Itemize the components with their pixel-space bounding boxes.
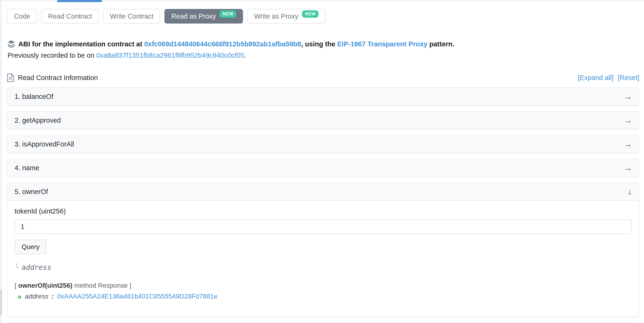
arrow-right-icon: → [624, 164, 632, 172]
tab-write-as-proxy-label: Write as Proxy [254, 13, 298, 20]
contract-tab-panel: Code Read Contract Write Contract Read a… [0, 0, 644, 323]
method-header-getApproved[interactable]: 2. getApproved → [8, 112, 639, 129]
proxy-abi-note: ABI for the implementation contract at 0… [7, 39, 639, 61]
tokenid-input[interactable] [14, 219, 632, 234]
output-type-row: └ address [14, 263, 632, 271]
proxy-abi-line2: Previously recorded to be on 0xa8a837f13… [7, 50, 639, 61]
method-card-getApproved: 2. getApproved → [7, 111, 639, 130]
tab-write-contract[interactable]: Write Contract [103, 9, 160, 24]
new-badge: NEW [302, 10, 318, 18]
result-address-link[interactable]: 0xAAAA255A24E136a481b401C8555549D28Fd768… [57, 293, 218, 300]
read-contract-section-header: Read Contract Information [Expand all] [… [7, 74, 639, 82]
tab-read-as-proxy-label: Read as Proxy [171, 13, 216, 20]
line2-period: . [244, 52, 246, 59]
previously-recorded-text: Previously recorded to be on [8, 52, 94, 59]
tab-write-contract-label: Write Contract [110, 13, 153, 20]
section-title-group: Read Contract Information [7, 74, 98, 82]
response-label: method Response [74, 282, 128, 289]
expand-all-link[interactable]: [Expand all] [578, 74, 614, 82]
tab-code-label: Code [14, 13, 30, 20]
result-separator: : [52, 293, 54, 300]
document-icon [7, 74, 14, 82]
arrow-right-icon: → [624, 93, 632, 101]
query-button[interactable]: Query [14, 240, 46, 254]
method-title: 4. name [14, 164, 39, 172]
section-actions: [Expand all] [Reset] [578, 74, 639, 82]
arrow-down-icon: ↓ [628, 188, 632, 196]
tab-code[interactable]: Code [7, 9, 37, 24]
tab-write-as-proxy[interactable]: Write as Proxy NEW [247, 9, 325, 24]
section-title: Read Contract Information [18, 74, 98, 82]
response-close-bracket: ] [130, 282, 132, 289]
method-header-isApprovedForAll[interactable]: 3. isApprovedForAll → [8, 135, 639, 153]
abi-bold-prefix: ABI for the implementation contract at [18, 40, 142, 48]
response-result-row: » address : 0xAAAA255A24E136a481b401C855… [18, 293, 632, 300]
method-card-name: 4. name → [7, 159, 639, 177]
result-type-label: address [25, 293, 48, 300]
method-card-ownerOf: 5. ownerOf ↓ tokenId (uint256) Query └ a… [7, 182, 639, 317]
arrow-right-icon: → [624, 116, 632, 124]
method-title: 1. balanceOf [14, 93, 53, 101]
new-badge: NEW [220, 10, 236, 18]
method-card-balanceOf: 1. balanceOf → [7, 87, 639, 106]
abi-bold-middle: , using the [301, 40, 335, 48]
previous-address-link[interactable]: 0xa8a837f1351fb8ca2961f8fb952b49c940c0cf… [96, 52, 244, 59]
tab-read-as-proxy[interactable]: Read as Proxy NEW [164, 9, 243, 24]
double-chevron-icon: » [18, 293, 22, 300]
implementation-address-link[interactable]: 0xfc069d144840644c666f912b5b892ab1afba59… [144, 40, 301, 48]
arrow-right-icon: → [624, 140, 632, 148]
eip1967-pattern-link[interactable]: EIP-1967 Transparent Proxy [337, 40, 428, 48]
method-title: 5. ownerOf [14, 188, 48, 196]
corner-icon: └ [14, 263, 19, 271]
layers-icon [7, 40, 16, 48]
method-header-name[interactable]: 4. name → [8, 159, 639, 177]
method-header-ownerOf[interactable]: 5. ownerOf ↓ [8, 183, 639, 201]
proxy-abi-line1: ABI for the implementation contract at 0… [7, 39, 639, 50]
tab-read-contract[interactable]: Read Contract [41, 9, 99, 24]
method-title: 3. isApprovedForAll [14, 140, 74, 148]
response-open-bracket: [ [14, 282, 16, 289]
method-body-ownerOf: tokenId (uint256) Query └ address [ owne… [8, 201, 639, 317]
method-title: 2. getApproved [14, 117, 61, 124]
tokenid-param-label: tokenId (uint256) [14, 207, 632, 215]
tab-read-contract-label: Read Contract [48, 13, 92, 20]
method-response-header: [ ownerOf(uint256) method Response ] [14, 282, 632, 289]
method-header-balanceOf[interactable]: 1. balanceOf → [8, 88, 639, 105]
abi-bold-suffix: pattern. [429, 40, 454, 48]
response-method-signature: ownerOf(uint256) [18, 282, 72, 289]
contract-subtabs: Code Read Contract Write Contract Read a… [7, 0, 639, 24]
method-card-isApprovedForAll: 3. isApprovedForAll → [7, 135, 639, 153]
reset-link[interactable]: [Reset] [618, 74, 639, 82]
abi-note-text: ABI for the implementation contract at 0… [18, 39, 454, 50]
output-type-label: address [22, 263, 51, 271]
